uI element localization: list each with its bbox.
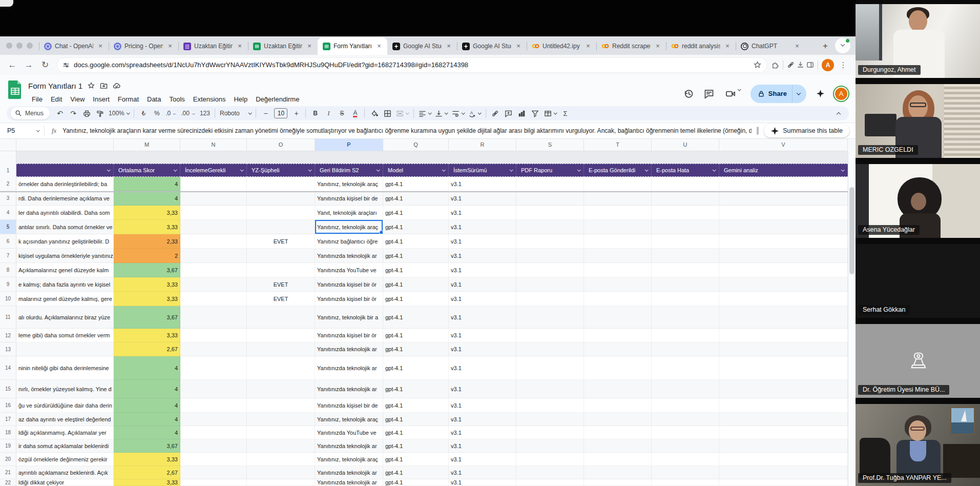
cell-model[interactable]: gpt-4.1 xyxy=(383,342,449,356)
cell-model[interactable]: gpt-4.1 xyxy=(383,234,449,249)
cell-eposta-hata[interactable] xyxy=(652,342,719,356)
header-cell[interactable]: PDF Raporu xyxy=(516,164,584,177)
cell-eposta-hata[interactable] xyxy=(652,177,719,191)
row-number[interactable]: 17 xyxy=(0,413,16,426)
cell-eposta-hata[interactable] xyxy=(652,220,719,234)
cell-gemini-analiz[interactable] xyxy=(719,177,848,191)
cell-pdf-raporu[interactable] xyxy=(516,191,584,206)
cell-ortalama-skor[interactable]: 3,67 xyxy=(114,439,180,453)
cell-feedback-clipped[interactable]: rdi. Daha derinlemesine açıklama ve xyxy=(16,191,114,206)
browser-tab[interactable]: Form Yanıtları 1× xyxy=(318,37,387,55)
tab-search-button[interactable] xyxy=(835,38,850,53)
cell-eposta-gonderildi[interactable] xyxy=(584,439,652,453)
cell-gemini-analiz[interactable] xyxy=(719,206,848,220)
cell-gemini-analiz[interactable] xyxy=(719,191,848,206)
formula-input[interactable]: Yanıtınız, teknolojik araçların karar ve… xyxy=(62,127,752,134)
cell-yz-supheli[interactable] xyxy=(247,177,315,191)
participant-tile[interactable]: Durgungoz, Ahmet xyxy=(856,4,980,78)
text-color-icon[interactable]: A xyxy=(349,107,361,119)
share-button[interactable]: Share xyxy=(750,85,806,103)
row-number[interactable]: 6 xyxy=(0,234,16,249)
cell-eposta-hata[interactable] xyxy=(652,249,719,263)
undo-icon[interactable]: ↶ xyxy=(54,107,66,119)
cell-geri-bildirim-s2[interactable]: Yanıtınızda kişisel bir de xyxy=(315,191,383,206)
cell-istem-surumu[interactable]: v3.1 xyxy=(449,306,516,329)
column-header-M[interactable]: M xyxy=(114,139,180,151)
cell-feedback-clipped[interactable] xyxy=(16,342,114,356)
cell-istem-surumu[interactable]: v3.1 xyxy=(449,342,516,356)
cell-geri-bildirim-s2[interactable]: Yanıtınızda YouTube ve xyxy=(315,426,383,439)
cell-geri-bildirim-s2[interactable]: Yanıtınız, teknolojik araç xyxy=(315,413,383,426)
cell-istem-surumu[interactable]: v3.1 xyxy=(449,439,516,453)
cell-feedback-clipped[interactable]: k açısından yanıtınız geliştirilebilir. … xyxy=(16,234,114,249)
cell-istem-surumu[interactable]: v3.1 xyxy=(449,191,516,206)
text-wrap-icon[interactable] xyxy=(450,107,466,119)
text-rotation-icon[interactable]: A xyxy=(467,107,483,119)
header-cell[interactable]: Gemini analiz xyxy=(719,164,848,177)
browser-tab[interactable]: ChatGPT× xyxy=(736,37,805,55)
cell-ortalama-skor[interactable]: 3,33 xyxy=(114,220,180,234)
cell-eposta-gonderildi[interactable] xyxy=(584,191,652,206)
cell-model[interactable]: gpt-4.1 xyxy=(383,398,449,413)
browser-tab[interactable]: Pricing - Open× xyxy=(109,37,178,55)
cell-inceleme-gerekli[interactable] xyxy=(180,234,247,249)
column-header-Q[interactable]: Q xyxy=(383,139,449,151)
cell-ortalama-skor[interactable]: 3,33 xyxy=(114,479,180,486)
cell-eposta-gonderildi[interactable] xyxy=(584,177,652,191)
cell-model[interactable]: gpt-4.1 xyxy=(383,329,449,342)
header-cell[interactable]: YZ-Şüpheli xyxy=(247,164,315,177)
cell-model[interactable]: gpt-4.1 xyxy=(383,356,449,380)
cell-feedback-clipped[interactable]: alı olurdu. Açıklamalarınız biraz yüze xyxy=(16,306,114,329)
cell-geri-bildirim-s2[interactable]: Yanıtınızda teknolojik ar xyxy=(315,342,383,356)
cell-pdf-raporu[interactable] xyxy=(516,277,584,292)
cell-yz-supheli[interactable] xyxy=(247,453,315,466)
cell-ortalama-skor[interactable]: 3,33 xyxy=(114,453,180,466)
cell-inceleme-gerekli[interactable] xyxy=(180,277,247,292)
cell-yz-supheli[interactable] xyxy=(247,413,315,426)
cell-eposta-hata[interactable] xyxy=(652,234,719,249)
cell-gemini-analiz[interactable] xyxy=(719,220,848,234)
cell-istem-surumu[interactable]: v3.1 xyxy=(449,380,516,398)
browser-tab[interactable]: Untitled42.ipy× xyxy=(527,37,596,55)
cell-eposta-gonderildi[interactable] xyxy=(584,356,652,380)
bookmark-star-icon[interactable] xyxy=(754,61,761,69)
cell-yz-supheli[interactable] xyxy=(247,479,315,486)
cell-istem-surumu[interactable]: v3.1 xyxy=(449,277,516,292)
tab-close-icon[interactable]: × xyxy=(305,42,314,50)
cell-gemini-analiz[interactable] xyxy=(719,234,848,249)
header-cell[interactable]: Ortalama Skor xyxy=(114,164,180,177)
cell-istem-surumu[interactable]: v3.1 xyxy=(449,479,516,486)
cell-inceleme-gerekli[interactable] xyxy=(180,356,247,380)
merge-cells-icon[interactable] xyxy=(394,107,410,119)
cell-feedback-clipped[interactable]: nırlı, örnekler yüzeysel kalmış. Yine d xyxy=(16,380,114,398)
cell-pdf-raporu[interactable] xyxy=(516,356,584,380)
cell-gemini-analiz[interactable] xyxy=(719,292,848,306)
print-icon[interactable] xyxy=(80,107,93,119)
cell-model[interactable]: gpt-4.1 xyxy=(383,292,449,306)
cell-model[interactable]: gpt-4.1 xyxy=(383,220,449,234)
cell-geri-bildirim-s2[interactable]: Yanıtınızda teknolojik ar xyxy=(315,479,383,486)
cell-ortalama-skor[interactable]: 3,33 xyxy=(114,292,180,306)
move-folder-icon[interactable] xyxy=(100,82,108,90)
cell-eposta-hata[interactable] xyxy=(652,292,719,306)
cell-model[interactable]: gpt-4.1 xyxy=(383,439,449,453)
cell-ortalama-skor[interactable]: 2,33 xyxy=(114,234,180,249)
cell-istem-surumu[interactable]: v3.1 xyxy=(449,206,516,220)
cell-model[interactable]: gpt-4.1 xyxy=(383,306,449,329)
menu-edit[interactable]: Edit xyxy=(47,94,66,105)
cell-ortalama-skor[interactable]: 2,67 xyxy=(114,342,180,356)
increase-font-size-icon[interactable]: + xyxy=(290,107,302,119)
cell-feedback-clipped[interactable]: ninin niteliği gibi daha derinlemesine xyxy=(16,356,114,380)
cell-pdf-raporu[interactable] xyxy=(516,263,584,277)
cell-eposta-gonderildi[interactable] xyxy=(584,234,652,249)
cell-gemini-analiz[interactable] xyxy=(719,398,848,413)
row-number[interactable]: 16 xyxy=(0,398,16,413)
forward-button[interactable]: → xyxy=(22,58,36,72)
cell-model[interactable]: gpt-4.1 xyxy=(383,191,449,206)
cell-eposta-hata[interactable] xyxy=(652,356,719,380)
cell-eposta-gonderildi[interactable] xyxy=(584,306,652,329)
cell-istem-surumu[interactable]: v3.1 xyxy=(449,292,516,306)
cell-yz-supheli[interactable] xyxy=(247,342,315,356)
menu-format[interactable]: Format xyxy=(114,94,142,105)
cell-feedback-clipped[interactable]: ayrıntılı açıklamanız beklenirdi. Açık xyxy=(16,466,114,479)
